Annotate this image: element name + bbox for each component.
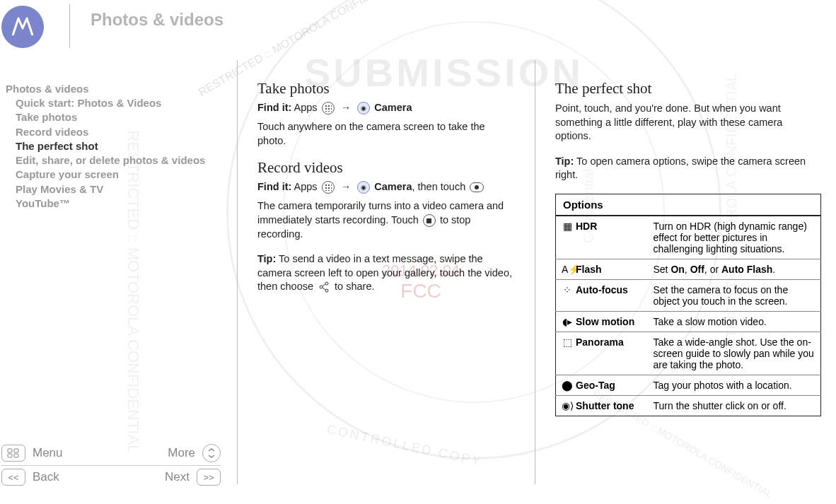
heading-perfect-shot: The perfect shot — [555, 80, 821, 98]
autofocus-icon: ⁘ — [562, 284, 573, 295]
back-icon: << — [1, 469, 25, 486]
record-icon — [470, 182, 484, 192]
back-button[interactable]: << Back — [1, 469, 59, 486]
nav-quick-start[interactable]: Quick start: Photos & Videos — [6, 96, 230, 110]
apps-icon — [322, 181, 335, 194]
svg-point-6 — [325, 289, 328, 292]
hdr-icon: ▦ — [562, 221, 573, 232]
tip-send-video: Tip: To send a video in a text message, … — [257, 252, 515, 294]
more-icon — [202, 444, 221, 462]
svg-rect-0 — [8, 449, 12, 452]
nav-record-videos[interactable]: Record videos — [6, 125, 230, 139]
nav-take-photos[interactable]: Take photos — [6, 110, 230, 124]
motorola-logo — [1, 6, 44, 48]
more-button[interactable]: More — [168, 444, 221, 462]
para-perfect-intro: Point, touch, and you're done. But when … — [555, 102, 821, 143]
options-table: Options ▦HDR Turn on HDR (high dynamic r… — [555, 194, 821, 416]
header-divider — [69, 4, 70, 48]
option-row-flash: A⚡Flash Set On, Off, or Auto Flash. — [556, 259, 821, 279]
footer-nav: Menu More << Back Next >> — [1, 441, 221, 488]
panorama-icon: ⬚ — [562, 336, 573, 348]
menu-button[interactable]: Menu — [1, 445, 63, 462]
flash-icon: A⚡ — [562, 264, 573, 275]
shuttertone-icon: ◉⟩ — [562, 400, 573, 411]
next-button[interactable]: Next >> — [165, 469, 221, 486]
options-header: Options — [556, 194, 821, 216]
option-row-panorama: ⬚Panorama Take a wide-angle shot. Use th… — [556, 332, 821, 375]
option-row-geotag: ⬤Geo-Tag Tag your photos with a location… — [556, 375, 821, 395]
nav-edit-share-delete[interactable]: Edit, share, or delete photos & videos — [6, 153, 230, 168]
option-row-slowmotion: ◖▸Slow motion Take a slow motion video. — [556, 311, 821, 332]
stop-icon — [423, 214, 436, 227]
option-row-shuttertone: ◉⟩Shutter tone Turn the shutter click on… — [556, 395, 821, 416]
geotag-icon: ⬤ — [562, 380, 573, 391]
heading-take-photos: Take photos — [257, 80, 515, 98]
nav-youtube[interactable]: YouTube™ — [6, 197, 230, 211]
back-label: Back — [33, 470, 59, 484]
share-icon — [318, 281, 330, 293]
svg-line-7 — [323, 284, 325, 286]
svg-rect-3 — [14, 454, 18, 457]
tip-open-options: Tip: To open camera options, swipe the c… — [555, 155, 821, 182]
camera-app-icon: ◉ — [357, 181, 370, 194]
nav-section-title[interactable]: Photos & videos — [6, 83, 230, 95]
next-icon: >> — [197, 469, 221, 486]
svg-point-4 — [325, 282, 328, 285]
next-label: Next — [165, 470, 190, 484]
menu-label: Menu — [33, 446, 63, 460]
menu-icon — [1, 445, 25, 462]
para-take-photo: Touch anywhere on the camera screen to t… — [257, 120, 515, 148]
option-row-autofocus: ⁘Auto-focus Set the camera to focus on t… — [556, 279, 821, 311]
camera-app-icon: ◉ — [357, 102, 370, 115]
more-label: More — [168, 446, 195, 460]
nav-capture-screen[interactable]: Capture your screen — [6, 168, 230, 182]
find-it-take-photos: Find it: Apps → ◉ Camera — [257, 102, 515, 115]
svg-line-8 — [323, 288, 325, 290]
svg-point-5 — [320, 286, 323, 288]
nav-perfect-shot[interactable]: The perfect shot — [6, 139, 230, 153]
find-it-record-videos: Find it: Apps → ◉ Camera, then touch — [257, 181, 515, 194]
apps-icon — [322, 102, 335, 115]
nav-play-movies[interactable]: Play Movies & TV — [6, 182, 230, 197]
slowmotion-icon: ◖▸ — [562, 316, 573, 327]
svg-rect-2 — [8, 454, 12, 457]
option-row-hdr: ▦HDR Turn on HDR (high dynamic range) ef… — [556, 216, 821, 259]
para-record-video: The camera temporarily turns into a vide… — [257, 199, 515, 241]
svg-rect-1 — [14, 449, 18, 452]
page-title: Photos & videos — [91, 10, 223, 30]
heading-record-videos: Record videos — [257, 159, 515, 177]
